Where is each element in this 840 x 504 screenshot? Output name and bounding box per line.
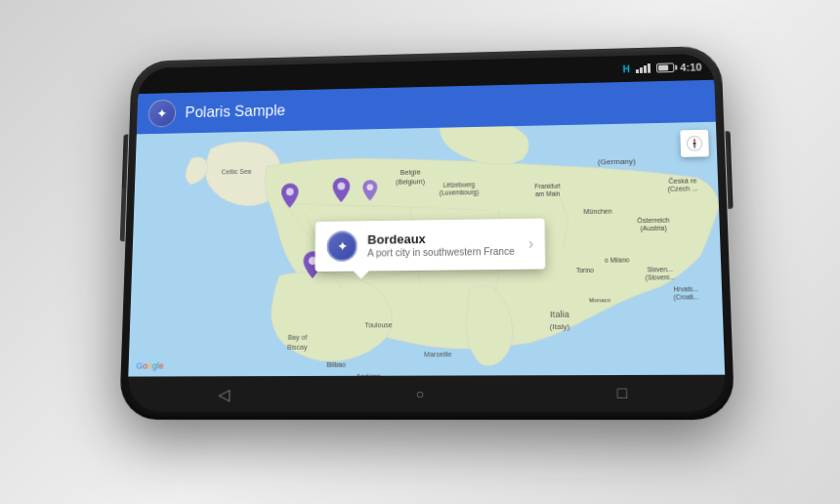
svg-text:Belgïe: Belgïe (400, 168, 421, 177)
network-indicator: H (622, 63, 630, 74)
home-icon: ○ (416, 386, 425, 401)
svg-text:Bay of: Bay of (288, 333, 308, 341)
svg-text:(Italy): (Italy) (550, 321, 570, 331)
svg-text:Hrvats...: Hrvats... (674, 285, 699, 293)
svg-text:Frankfurt: Frankfurt (534, 182, 561, 189)
home-button[interactable]: ○ (400, 380, 441, 408)
svg-text:München: München (583, 207, 612, 215)
map-marker-2[interactable] (333, 178, 351, 203)
battery-indicator (656, 63, 674, 72)
phone-reflection (116, 459, 738, 504)
recent-apps-button[interactable]: □ (602, 379, 643, 407)
svg-text:Marseille: Marseille (424, 351, 452, 357)
svg-text:am Main: am Main (535, 189, 561, 197)
location-popup[interactable]: ✦ Bordeaux A port city in southwestern F… (315, 219, 546, 272)
compass-button[interactable] (680, 130, 709, 157)
svg-text:Bilbao: Bilbao (326, 360, 346, 367)
app-title: Polaris Sample (185, 103, 285, 121)
battery-icon (656, 63, 674, 72)
svg-text:(Croati...: (Croati... (673, 293, 699, 302)
app-logo-icon: ✦ (147, 100, 176, 128)
popup-description: A port city in southwestern France (367, 245, 515, 260)
svg-text:Toulouse: Toulouse (365, 320, 393, 327)
svg-text:Celtic Sea: Celtic Sea (222, 168, 252, 175)
scene: H 4:10 (0, 0, 840, 504)
signal-bars (636, 63, 651, 73)
svg-text:Monaco: Monaco (589, 297, 611, 303)
clock: 4:10 (680, 62, 702, 73)
svg-text:o Milano: o Milano (605, 256, 630, 264)
svg-text:Sloven...: Sloven... (647, 266, 673, 273)
svg-text:Česká re: Česká re (668, 176, 696, 185)
popup-text: Bordeaux A port city in southwestern Fra… (367, 231, 515, 260)
svg-text:(Germany): (Germany) (598, 157, 637, 167)
back-icon: ◁ (218, 385, 230, 403)
svg-text:(Sloveni...: (Sloveni... (646, 273, 676, 282)
popup-star-icon: ✦ (337, 238, 349, 254)
map-area[interactable]: Celtic Sea Bay of Biscay Belgïe (Belgium… (128, 122, 725, 377)
star-icon: ✦ (156, 105, 168, 120)
phone-screen: H 4:10 (127, 54, 727, 412)
google-logo: Google (136, 360, 164, 370)
phone-device: H 4:10 (119, 46, 735, 420)
recent-icon: □ (617, 384, 628, 402)
popup-chevron-icon[interactable]: › (528, 235, 534, 253)
svg-text:Italia: Italia (550, 310, 569, 320)
battery-fill (658, 64, 668, 70)
map-marker-3[interactable] (361, 180, 377, 201)
phone-wrapper: H 4:10 (118, 46, 736, 461)
svg-text:Biscay: Biscay (287, 343, 308, 351)
popup-place-icon: ✦ (327, 231, 358, 262)
svg-text:Torino: Torino (576, 267, 595, 273)
nav-bar: ◁ ○ □ (127, 375, 727, 412)
back-button[interactable]: ◁ (204, 380, 243, 407)
svg-text:Österreich: Österreich (637, 216, 670, 224)
map-marker-1[interactable] (281, 184, 299, 208)
